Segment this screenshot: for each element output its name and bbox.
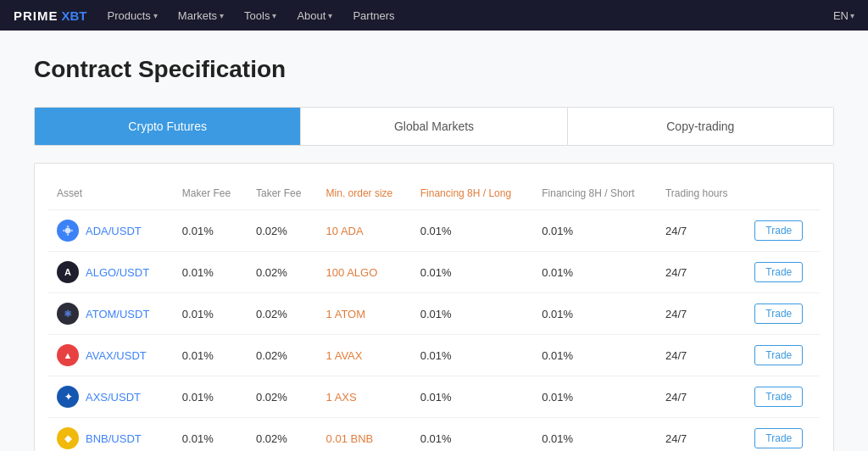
fin-short: 0.01% xyxy=(533,418,657,452)
fin-short: 0.01% xyxy=(533,210,657,252)
min-order: 100 ALGO xyxy=(318,252,412,293)
trade-cell: Trade xyxy=(746,376,820,418)
fin-long: 0.01% xyxy=(412,293,533,335)
navbar: PRIME XBT Products ▾ Markets ▾ Tools ▾ A… xyxy=(0,0,868,31)
asset-name: BNB/USDT xyxy=(86,432,142,445)
nav-about[interactable]: About ▾ xyxy=(297,9,332,22)
fin-long: 0.01% xyxy=(412,376,533,418)
tab-copy-trading[interactable]: Copy-trading xyxy=(568,108,833,145)
contract-table: Asset Maker Fee Taker Fee Min. order siz… xyxy=(48,181,820,451)
chevron-down-icon: ▾ xyxy=(328,11,332,20)
nav-products[interactable]: Products ▾ xyxy=(108,9,158,22)
asset-icon: ▲ xyxy=(57,344,79,366)
min-order: 0.01 BNB xyxy=(318,418,412,452)
asset-name: ATOM/USDT xyxy=(86,308,149,320)
trade-button[interactable]: Trade xyxy=(754,262,803,282)
chevron-down-icon: ▾ xyxy=(272,11,276,20)
nav-markets-label: Markets xyxy=(178,9,217,22)
maker-fee: 0.01% xyxy=(174,376,248,418)
nav-tools-label: Tools xyxy=(244,9,270,22)
trading-hours: 24/7 xyxy=(657,210,746,252)
col-asset: Asset xyxy=(48,181,174,210)
table-container: Asset Maker Fee Taker Fee Min. order siz… xyxy=(34,163,834,451)
asset-name: AVAX/USDT xyxy=(86,349,147,362)
asset-icon: ✦ xyxy=(57,386,79,408)
logo[interactable]: PRIME XBT xyxy=(14,8,87,23)
maker-fee: 0.01% xyxy=(174,252,248,293)
table-row: ADA/USDT 0.01% 0.02% 10 ADA 0.01% 0.01% … xyxy=(48,210,820,252)
asset-name: ADA/USDT xyxy=(86,225,142,237)
asset-cell: ◆ BNB/USDT xyxy=(48,418,174,452)
trade-cell: Trade xyxy=(746,210,820,252)
col-min-order: Min. order size xyxy=(318,181,412,210)
chevron-down-icon: ▾ xyxy=(220,11,224,20)
taker-fee: 0.02% xyxy=(248,293,318,335)
chevron-down-icon: ▾ xyxy=(153,11,158,20)
nav-partners-label: Partners xyxy=(353,9,394,22)
asset-icon: ◆ xyxy=(57,427,79,449)
fin-short: 0.01% xyxy=(533,293,657,335)
table-row: ⚛ ATOM/USDT 0.01% 0.02% 1 ATOM 0.01% 0.0… xyxy=(48,293,820,335)
maker-fee: 0.01% xyxy=(174,335,248,376)
taker-fee: 0.02% xyxy=(248,418,318,452)
asset-icon xyxy=(57,220,79,242)
table-row: ✦ AXS/USDT 0.01% 0.02% 1 AXS 0.01% 0.01%… xyxy=(48,376,820,418)
asset-name: AXS/USDT xyxy=(86,391,141,404)
fin-short: 0.01% xyxy=(533,335,657,376)
taker-fee: 0.02% xyxy=(248,335,318,376)
trade-button[interactable]: Trade xyxy=(754,428,803,448)
trading-hours: 24/7 xyxy=(657,376,746,418)
asset-name: ALGO/USDT xyxy=(86,266,149,279)
asset-icon: ⚛ xyxy=(57,303,79,325)
table-row: ▲ AVAX/USDT 0.01% 0.02% 1 AVAX 0.01% 0.0… xyxy=(48,335,820,376)
min-order: 1 AVAX xyxy=(318,335,412,376)
nav-about-label: About xyxy=(297,9,326,22)
page-content: Contract Specification Crypto Futures Gl… xyxy=(0,31,868,451)
col-fin-long: Financing 8H / Long xyxy=(412,181,533,210)
min-order: 1 AXS xyxy=(318,376,412,418)
trade-cell: Trade xyxy=(746,252,820,293)
trade-button[interactable]: Trade xyxy=(754,220,803,241)
navbar-left: PRIME XBT Products ▾ Markets ▾ Tools ▾ A… xyxy=(14,8,395,23)
fin-long: 0.01% xyxy=(412,210,533,252)
asset-cell: ADA/USDT xyxy=(48,210,174,252)
taker-fee: 0.02% xyxy=(248,252,318,293)
trade-button[interactable]: Trade xyxy=(754,303,803,324)
min-order: 10 ADA xyxy=(318,210,412,252)
language-label: EN xyxy=(833,9,849,22)
col-taker-fee: Taker Fee xyxy=(248,181,318,210)
language-selector[interactable]: EN ▾ xyxy=(833,9,854,22)
col-fin-short: Financing 8H / Short xyxy=(533,181,657,210)
nav-markets[interactable]: Markets ▾ xyxy=(178,9,224,22)
trade-button[interactable]: Trade xyxy=(754,387,803,407)
logo-xbt: XBT xyxy=(62,8,87,23)
tab-crypto-futures[interactable]: Crypto Futures xyxy=(35,108,301,145)
maker-fee: 0.01% xyxy=(174,210,248,252)
taker-fee: 0.02% xyxy=(248,376,318,418)
trading-hours: 24/7 xyxy=(657,418,746,452)
trading-hours: 24/7 xyxy=(657,293,746,335)
col-action xyxy=(746,181,820,210)
svg-point-1 xyxy=(67,226,70,228)
maker-fee: 0.01% xyxy=(174,293,248,335)
trading-hours: 24/7 xyxy=(657,252,746,293)
asset-cell: ⚛ ATOM/USDT xyxy=(48,293,174,335)
chevron-down-icon: ▾ xyxy=(850,11,854,20)
trade-button[interactable]: Trade xyxy=(754,345,803,365)
table-row: A ALGO/USDT 0.01% 0.02% 100 ALGO 0.01% 0… xyxy=(48,252,820,293)
trading-hours: 24/7 xyxy=(657,335,746,376)
taker-fee: 0.02% xyxy=(248,210,318,252)
asset-icon: A xyxy=(57,261,79,283)
fin-long: 0.01% xyxy=(412,252,533,293)
tab-global-markets[interactable]: Global Markets xyxy=(301,108,567,145)
col-maker-fee: Maker Fee xyxy=(174,181,248,210)
nav-products-label: Products xyxy=(108,9,151,22)
nav-partners[interactable]: Partners xyxy=(353,9,394,22)
svg-point-0 xyxy=(65,228,71,234)
table-row: ◆ BNB/USDT 0.01% 0.02% 0.01 BNB 0.01% 0.… xyxy=(48,418,820,452)
min-order: 1 ATOM xyxy=(318,293,412,335)
fin-long: 0.01% xyxy=(412,418,533,452)
nav-tools[interactable]: Tools ▾ xyxy=(244,9,276,22)
trade-cell: Trade xyxy=(746,293,820,335)
asset-cell: ✦ AXS/USDT xyxy=(48,376,174,418)
